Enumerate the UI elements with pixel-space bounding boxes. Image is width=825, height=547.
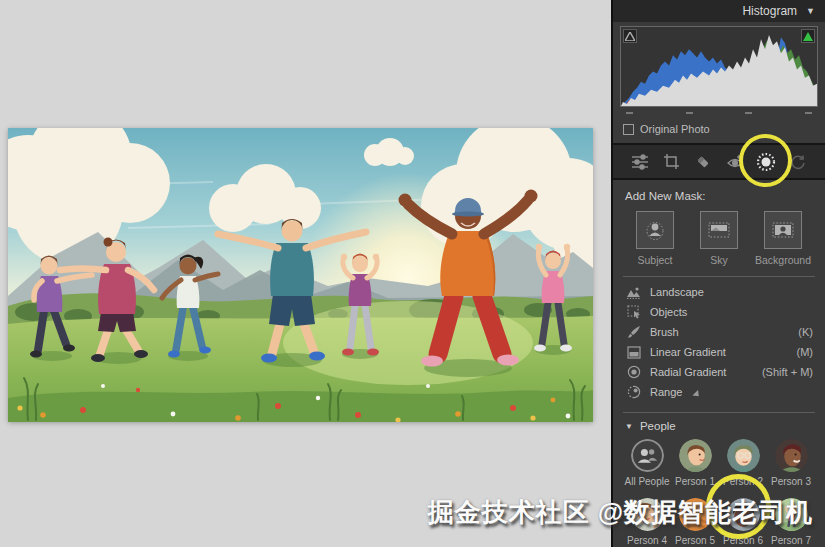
mask-tool-brush[interactable]: Brush (K) (623, 322, 815, 342)
highlight-clipping-indicator[interactable] (801, 29, 815, 43)
original-photo-checkbox[interactable] (623, 124, 634, 135)
person-3[interactable]: Person 3 (767, 439, 815, 487)
landscape-icon (626, 286, 641, 299)
mask-tool-label: Linear Gradient (650, 346, 726, 358)
sky-mask-button[interactable]: Sky (690, 211, 748, 266)
shortcut-label: (K) (798, 326, 815, 338)
avatar[interactable] (775, 498, 808, 531)
person-label: Person 7 (771, 535, 811, 546)
subject-mask-icon (636, 211, 674, 249)
masking-panel: Add New Mask: Subject (613, 180, 825, 546)
histogram-graph (621, 27, 817, 106)
quick-mask-row: Subject Sky (623, 211, 815, 266)
avatar[interactable] (631, 439, 664, 472)
range-icon (626, 385, 641, 399)
mask-tool-label: Landscape (650, 286, 704, 298)
person-5[interactable]: Person 5 (671, 498, 719, 546)
mask-tool-objects[interactable]: Objects (623, 302, 815, 322)
avatar[interactable] (631, 498, 664, 531)
mask-tool-radial-gradient[interactable]: Radial Gradient (Shift + M) (623, 362, 815, 382)
person-4[interactable]: Person 4 (623, 498, 671, 546)
red-eye-icon[interactable] (721, 148, 749, 176)
add-new-mask-label: Add New Mask: (625, 190, 815, 202)
panel-title: Histogram (742, 4, 797, 18)
people-row-1: All People Person 1 (623, 439, 815, 487)
mask-tool-landscape[interactable]: Landscape (623, 282, 815, 302)
presets-icon[interactable] (784, 148, 812, 176)
mask-tool-label: Range (650, 386, 682, 398)
histogram-section: Original Photo (613, 22, 825, 143)
collapse-triangle-icon[interactable]: ▼ (806, 6, 815, 16)
person-label: Person 4 (627, 535, 667, 546)
sky-mask-label: Sky (710, 254, 728, 266)
right-panel: Histogram ▼ Origin (611, 0, 825, 547)
person-7[interactable]: Person 7 (767, 498, 815, 546)
original-photo-row[interactable]: Original Photo (620, 118, 818, 143)
avatar[interactable] (679, 498, 712, 531)
person-label: All People (624, 476, 669, 487)
radial-gradient-icon (626, 365, 641, 379)
avatar[interactable] (679, 439, 712, 472)
person-label: Person 1 (675, 476, 715, 487)
collapse-triangle-icon[interactable]: ▼ (625, 422, 633, 431)
mask-tool-label: Radial Gradient (650, 366, 726, 378)
mask-tool-label: Objects (650, 306, 687, 318)
subject-mask-label: Subject (637, 254, 672, 266)
mask-tool-linear-gradient[interactable]: Linear Gradient (M) (623, 342, 815, 362)
edit-sliders-icon[interactable] (626, 148, 654, 176)
person-6[interactable]: Person 6 (719, 498, 767, 546)
photo-illustration (8, 128, 593, 422)
histogram-canvas[interactable] (620, 26, 818, 107)
person-1[interactable]: Person 1 (671, 439, 719, 487)
mask-tool-label: Brush (650, 326, 679, 338)
shortcut-label: (M) (797, 346, 816, 358)
histogram-panel-header[interactable]: Histogram ▼ (613, 0, 825, 22)
background-mask-label: Background (755, 254, 811, 266)
subject-mask-button[interactable]: Subject (626, 211, 684, 266)
divider (623, 276, 815, 277)
photo-canvas (0, 0, 611, 547)
people-header-label: People (640, 420, 676, 432)
person-2[interactable]: Person 2 (719, 439, 767, 487)
masking-icon[interactable] (752, 148, 780, 176)
sky-mask-icon (700, 211, 738, 249)
person-label: Person 3 (771, 476, 811, 487)
person-label: Person 2 (723, 476, 763, 487)
submenu-triangle-icon (693, 390, 702, 399)
shadow-clipping-indicator[interactable] (623, 29, 637, 43)
brush-icon (626, 325, 641, 339)
shortcut-label: (Shift + M) (762, 366, 815, 378)
original-photo-label: Original Photo (640, 123, 710, 135)
background-mask-button[interactable]: Background (754, 211, 812, 266)
people-section-header[interactable]: ▼ People (625, 420, 815, 432)
avatar[interactable] (727, 439, 760, 472)
divider (623, 412, 815, 413)
lightroom-app: Histogram ▼ Origin (0, 0, 825, 547)
tool-strip (613, 143, 825, 180)
background-mask-icon (764, 211, 802, 249)
people-row-2: Person 4 Person 5 (623, 498, 815, 546)
person-all-people[interactable]: All People (623, 439, 671, 487)
mask-tool-range[interactable]: Range (623, 382, 815, 402)
linear-gradient-icon (626, 346, 641, 359)
crop-icon[interactable] (658, 148, 686, 176)
healing-icon[interactable] (689, 148, 717, 176)
avatar[interactable] (775, 439, 808, 472)
objects-icon (626, 305, 641, 319)
photo[interactable] (8, 128, 593, 422)
avatar[interactable] (727, 498, 760, 531)
person-label: Person 6 (723, 535, 763, 546)
person-label: Person 5 (675, 535, 715, 546)
